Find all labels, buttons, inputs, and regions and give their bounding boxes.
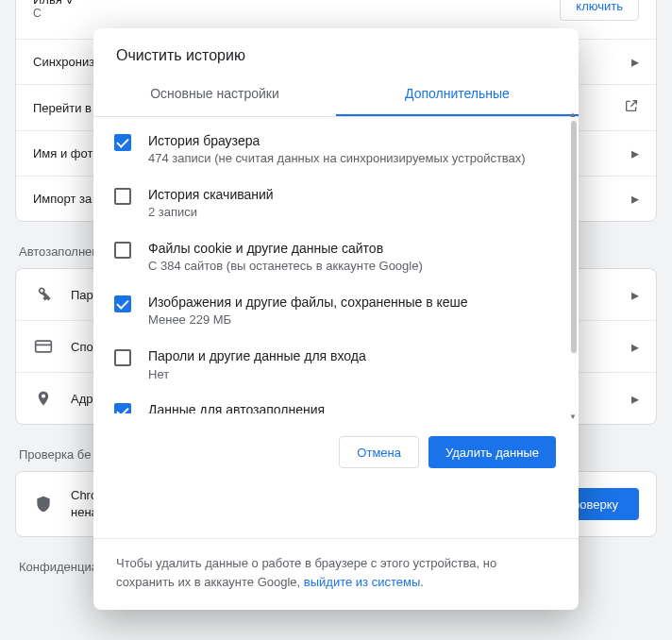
scroll-up-icon[interactable]: ▲ [568,109,578,119]
scrollbar-thumb[interactable] [571,121,577,353]
checkbox[interactable] [114,134,131,151]
checkbox-row: Пароли и другие данные для входаНет [105,338,560,392]
scroll-down-icon[interactable]: ▼ [568,412,578,421]
checkbox-row: Данные для автозаполнения12 вариантов (д… [105,392,560,413]
checkbox-subtitle: С 384 сайтов (вы останетесь в аккаунте G… [148,259,556,275]
checkbox-row: Изображения и другие файлы, сохраненные … [105,284,560,338]
tab-advanced[interactable]: Дополнительные [336,72,579,116]
cancel-button[interactable]: Отмена [339,436,419,468]
dialog-title: Очистить историю [93,28,579,72]
checkbox-row: История браузера474 записи (не считая да… [105,123,560,177]
dialog-tabs: Основные настройки Дополнительные [93,72,579,117]
checkbox-row: Файлы cookie и другие данные сайтовС 384… [105,230,560,284]
checkbox[interactable] [114,349,131,366]
checkbox[interactable] [114,188,131,205]
dialog-footer-note: Чтобы удалить данные о работе в браузере… [93,538,579,610]
tab-basic[interactable]: Основные настройки [93,72,336,116]
checkbox-row: История скачиваний2 записи [105,177,560,230]
checkbox-list: История браузера474 записи (не считая да… [93,117,579,413]
checkbox-title: Данные для автозаполнения [148,401,556,413]
checkbox[interactable] [114,403,131,413]
checkbox-title: История скачиваний [148,186,556,203]
checkbox-title: Пароли и другие данные для входа [148,347,556,364]
checkbox-subtitle: Нет [148,367,556,383]
clear-data-button[interactable]: Удалить данные [428,436,556,468]
checkbox-subtitle: 2 записи [148,205,556,221]
checkbox-subtitle: 474 записи (не считая данных на синхрони… [148,151,556,167]
checkbox-title: Файлы cookie и другие данные сайтов [148,240,556,257]
checkbox[interactable] [114,295,131,312]
checkbox[interactable] [114,242,131,259]
sign-out-link[interactable]: выйдите из системы [304,575,420,589]
checkbox-title: История браузера [148,132,556,149]
checkbox-subtitle: Менее 229 МБ [148,312,556,328]
clear-history-dialog: Очистить историю Основные настройки Допо… [93,28,579,610]
checkbox-title: Изображения и другие файлы, сохраненные … [148,294,556,311]
